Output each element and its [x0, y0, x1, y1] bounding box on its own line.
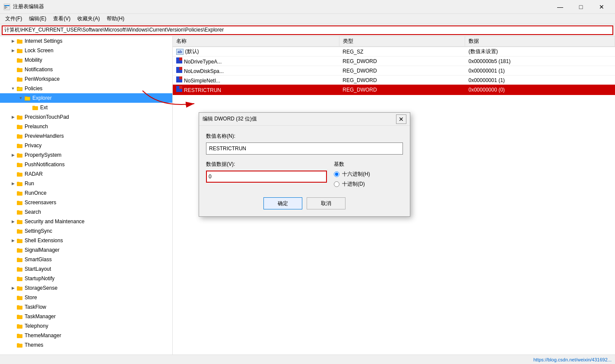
dec-radio[interactable] — [334, 181, 339, 187]
tree-item[interactable]: PreviewHandlers — [0, 131, 172, 141]
tree-arrow[interactable] — [25, 104, 32, 111]
tree-arrow[interactable] — [10, 66, 16, 73]
tree-item[interactable]: RADAR — [0, 169, 172, 179]
table-row[interactable]: NoDriveTypeA...REG_DWORD0x000000b5 (181) — [173, 57, 615, 66]
tree-item[interactable]: Security and Maintenance — [0, 217, 172, 226]
tree-arrow[interactable] — [10, 171, 16, 177]
address-input[interactable] — [2, 25, 613, 35]
tree-item[interactable]: RunOnce — [0, 188, 172, 198]
tree-arrow[interactable] — [17, 95, 24, 101]
menu-favorites[interactable]: 收藏夹(A) — [74, 14, 103, 23]
tree-arrow[interactable] — [10, 199, 16, 206]
tree-item[interactable]: Store — [0, 293, 172, 302]
tree-item[interactable]: Run — [0, 179, 172, 188]
svg-rect-85 — [176, 86, 179, 89]
minimize-button[interactable]: — — [550, 0, 570, 14]
tree-item[interactable]: Telephony — [0, 321, 172, 331]
tree-item[interactable]: Privacy — [0, 141, 172, 150]
tree-arrow[interactable] — [10, 47, 16, 54]
tree-item[interactable]: PushNotifications — [0, 160, 172, 169]
maximize-button[interactable]: □ — [571, 0, 591, 14]
tree-item[interactable]: Themes — [0, 340, 172, 350]
tree-arrow[interactable] — [10, 57, 16, 63]
tree-arrow[interactable] — [10, 209, 16, 215]
tree-arrow[interactable] — [10, 275, 16, 282]
tree-arrow[interactable] — [10, 256, 16, 263]
tree-arrow[interactable] — [10, 85, 16, 92]
tree-arrow[interactable] — [10, 237, 16, 244]
tree-item[interactable]: SmartGlass — [0, 255, 172, 264]
table-row[interactable]: RESTRICTRUNREG_DWORD0x00000000 (0) — [173, 85, 615, 95]
tree-item[interactable]: TaskFlow — [0, 302, 172, 312]
tree-item[interactable]: Ext — [0, 103, 172, 112]
tree-item[interactable]: PrecisionTouchPad — [0, 112, 172, 122]
tree-item[interactable]: StartLayout — [0, 264, 172, 274]
tree-arrow[interactable] — [10, 228, 16, 234]
tree-arrow[interactable] — [10, 266, 16, 272]
tree-item[interactable]: Screensavers — [0, 198, 172, 207]
folder-icon — [16, 180, 23, 187]
value-input-red[interactable] — [207, 171, 224, 182]
menu-view[interactable]: 查看(V) — [50, 14, 74, 23]
tree-arrow[interactable] — [10, 161, 16, 168]
table-row[interactable]: NoLowDiskSpa...REG_DWORD0x00000001 (1) — [173, 66, 615, 76]
menu-file[interactable]: 文件(F) — [2, 14, 25, 23]
hex-radio-label[interactable]: 十六进制(H) — [334, 171, 403, 178]
ok-button[interactable]: 确定 — [263, 197, 302, 209]
tree-arrow[interactable] — [10, 133, 16, 139]
tree-item[interactable]: Search — [0, 207, 172, 217]
tree-arrow[interactable] — [10, 76, 16, 82]
tree-arrow[interactable] — [10, 123, 16, 130]
tree-item[interactable]: PenWorkspace — [0, 74, 172, 84]
dec-radio-label[interactable]: 十进制(D) — [334, 180, 403, 188]
col-name[interactable]: 名称 — [173, 36, 339, 47]
tree-arrow[interactable] — [10, 294, 16, 301]
tree-arrow[interactable] — [10, 285, 16, 291]
table-row[interactable]: NoSimpleNetI...REG_DWORD0x00000001 (1) — [173, 76, 615, 85]
menu-edit[interactable]: 编辑(E) — [25, 14, 50, 23]
name-input[interactable] — [206, 142, 403, 155]
tree-arrow[interactable] — [10, 332, 16, 339]
col-type[interactable]: 类型 — [339, 36, 465, 47]
tree-arrow[interactable] — [10, 38, 16, 44]
tree-item[interactable]: Mobility — [0, 55, 172, 65]
tree-item[interactable]: StorageSense — [0, 283, 172, 293]
tree-item[interactable]: SignalManager — [0, 245, 172, 255]
tree-item[interactable]: Prelaunch — [0, 122, 172, 131]
tree-arrow[interactable] — [10, 313, 16, 320]
tree-arrow[interactable] — [10, 152, 16, 158]
tree-item[interactable]: Internet Settings — [0, 36, 172, 46]
tree-arrow[interactable] — [10, 190, 16, 196]
hex-radio[interactable] — [334, 171, 339, 177]
tree-arrow[interactable] — [10, 323, 16, 329]
svg-rect-59 — [17, 287, 22, 291]
folder-icon — [16, 66, 23, 73]
edit-dword-dialog[interactable]: 编辑 DWORD (32 位)值 ✕ 数值名称(N): 数值数据(V): 基数 … — [199, 112, 410, 217]
col-data[interactable]: 数据 — [465, 36, 615, 47]
tree-item[interactable]: Shell Extensions — [0, 236, 172, 245]
tree-panel[interactable]: Internet Settings Lock Screen Mobility N… — [0, 36, 173, 355]
tree-item[interactable]: TaskManager — [0, 312, 172, 321]
cancel-button[interactable]: 取消 — [307, 197, 346, 209]
value-input-rest[interactable] — [224, 171, 326, 182]
menu-help[interactable]: 帮助(H) — [103, 14, 128, 23]
tree-arrow[interactable] — [10, 304, 16, 310]
tree-item[interactable]: SettingSync — [0, 226, 172, 236]
dialog-close-button[interactable]: ✕ — [396, 114, 406, 124]
tree-arrow[interactable] — [10, 180, 16, 187]
tree-arrow[interactable] — [10, 247, 16, 253]
tree-arrow[interactable] — [10, 142, 16, 149]
tree-item-label: Store — [25, 294, 37, 301]
tree-arrow[interactable] — [10, 114, 16, 120]
tree-arrow[interactable] — [10, 342, 16, 348]
tree-item[interactable]: ThemeManager — [0, 331, 172, 340]
close-button[interactable]: ✕ — [592, 0, 612, 14]
tree-arrow[interactable] — [10, 218, 16, 225]
tree-item[interactable]: Lock Screen — [0, 46, 172, 55]
tree-item[interactable]: Policies — [0, 84, 172, 93]
table-row[interactable]: ab(默认)REG_SZ(数值未设置) — [173, 47, 615, 57]
tree-item[interactable]: PropertySystem — [0, 150, 172, 160]
tree-item[interactable]: StartupNotify — [0, 274, 172, 283]
tree-item[interactable]: Explorer — [0, 93, 172, 103]
tree-item[interactable]: Notifications — [0, 65, 172, 74]
